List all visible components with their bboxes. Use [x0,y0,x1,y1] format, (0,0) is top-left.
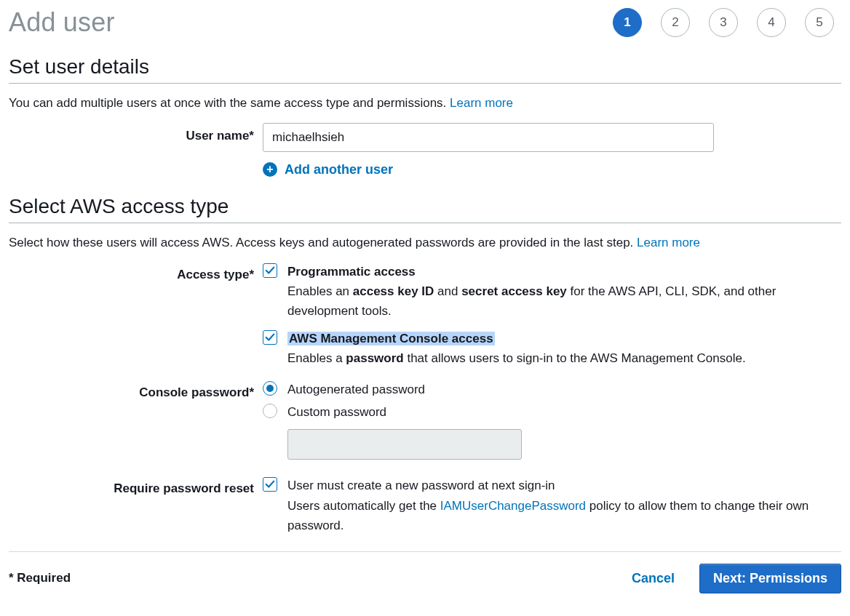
access-type-description: Select how these users will access AWS. … [9,233,841,252]
username-input[interactable] [263,123,714,152]
next-permissions-button[interactable]: Next: Permissions [699,564,841,593]
checkmark-icon [265,265,275,276]
require-password-reset-label: Require password reset [9,476,254,496]
checkmark-icon [265,332,275,343]
add-another-user-button[interactable]: + Add another user [263,162,393,177]
custom-password-radio[interactable] [263,404,277,418]
page-title: Add user [9,7,115,38]
learn-more-link[interactable]: Learn more [450,96,513,110]
learn-more-link-2[interactable]: Learn more [637,236,700,249]
console-access-body: AWS Management Console access Enables a … [287,329,746,368]
required-note: * Required [9,571,71,585]
require-reset-body: User must create a new password at next … [287,476,841,535]
wizard-step-5[interactable]: 5 [805,8,834,37]
access-type-desc-text: Select how these users will access AWS. … [9,236,637,249]
custom-password-input [287,429,522,460]
require-password-reset-checkbox[interactable] [263,477,277,492]
divider [9,83,841,84]
iam-policy-link[interactable]: IAMUserChangePassword [440,499,586,513]
cancel-button[interactable]: Cancel [627,570,679,587]
programmatic-access-body: Programmatic access Enables an access ke… [287,262,841,321]
access-type-label: Access type* [9,262,254,282]
set-user-details-heading: Set user details [9,55,841,79]
plus-circle-icon: + [263,162,277,177]
wizard-step-1[interactable]: 1 [613,8,642,37]
user-details-description: You can add multiple users at once with … [9,94,841,113]
select-access-type-heading: Select AWS access type [9,195,841,218]
wizard-steps: 1 2 3 4 5 [613,8,841,37]
add-another-user-label: Add another user [285,162,393,177]
wizard-step-4[interactable]: 4 [757,8,786,37]
user-details-desc-text: You can add multiple users at once with … [9,96,450,110]
console-access-checkbox[interactable] [263,330,277,345]
programmatic-access-title: Programmatic access [287,265,416,279]
programmatic-access-checkbox[interactable] [263,263,277,278]
console-access-title: AWS Management Console access [287,332,495,345]
wizard-step-3[interactable]: 3 [709,8,738,37]
autogenerated-password-label: Autogenerated password [287,380,425,399]
divider [9,223,841,223]
username-label: User name* [9,123,254,143]
autogenerated-password-radio[interactable] [263,381,277,396]
custom-password-label: Custom password [287,402,386,422]
console-password-label: Console password* [9,380,254,400]
wizard-step-2[interactable]: 2 [661,8,690,37]
checkmark-icon [265,479,275,489]
